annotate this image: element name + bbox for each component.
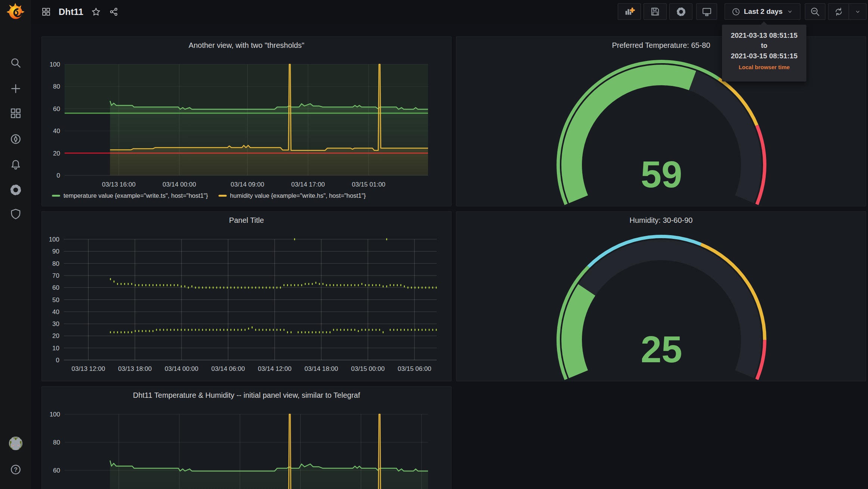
svg-text:03/15 00:00: 03/15 00:00	[351, 365, 385, 372]
svg-text:03/14 06:00: 03/14 06:00	[211, 365, 245, 372]
sidebar-item-server-admin[interactable]	[9, 207, 22, 221]
svg-text:25: 25	[641, 328, 682, 370]
search-icon	[9, 56, 22, 69]
svg-text:03/15 01:00: 03/15 01:00	[352, 181, 385, 188]
dashboard-header: Dht11	[31, 0, 868, 24]
zoom-out-icon	[810, 6, 821, 17]
panel-another-view: Another view, with two "thresholds" 0204…	[41, 36, 452, 206]
svg-text:03/14 17:00: 03/14 17:00	[291, 181, 325, 188]
bell-icon	[9, 158, 22, 171]
gear-icon	[676, 6, 686, 17]
svg-text:20: 20	[53, 150, 60, 157]
svg-text:30: 30	[52, 320, 59, 327]
svg-text:03/13 18:00: 03/13 18:00	[118, 365, 152, 372]
sidebar-item-configuration[interactable]	[9, 183, 22, 197]
svg-text:40: 40	[53, 127, 60, 135]
timeseries-chart[interactable]: 02040608010003/13 16:0003/14 00:0003/14 …	[42, 37, 452, 207]
svg-text:10: 10	[52, 345, 59, 352]
legend-label: humidity value {example="write.hs", host…	[230, 192, 366, 199]
add-panel-icon	[624, 6, 635, 17]
time-range-tooltip: 2021-03-13 08:51:15 to 2021-03-15 08:51:…	[722, 25, 806, 82]
tooltip-to-word: to	[722, 41, 806, 50]
legend-label: temperature value {example="write.ts", h…	[63, 192, 208, 199]
dashboard-settings-button[interactable]	[669, 3, 692, 20]
sidebar-item-alerting[interactable]	[9, 158, 22, 171]
legend-item[interactable]: temperature value {example="write.ts", h…	[52, 192, 208, 199]
shield-icon	[9, 207, 22, 220]
svg-text:0: 0	[57, 172, 60, 179]
timeseries-chart[interactable]: 020406080100	[42, 387, 452, 489]
svg-text:80: 80	[52, 260, 59, 267]
svg-text:03/15 06:00: 03/15 06:00	[398, 365, 431, 372]
svg-text:60: 60	[53, 467, 60, 474]
sidebar-item-create[interactable]	[9, 82, 22, 95]
svg-text:03/14 18:00: 03/14 18:00	[304, 365, 338, 372]
refresh-interval-dropdown[interactable]	[849, 4, 866, 19]
svg-text:80: 80	[53, 439, 60, 446]
time-range-picker[interactable]: Last 2 days	[725, 3, 800, 20]
tooltip-from: 2021-03-13 08:51:15	[722, 30, 806, 41]
legend: temperature value {example="write.ts", h…	[52, 192, 366, 199]
dashboards-breadcrumb-icon[interactable]	[41, 7, 51, 17]
svg-text:80: 80	[53, 83, 60, 90]
plus-icon	[9, 82, 22, 95]
svg-text:50: 50	[52, 296, 59, 304]
refresh-button[interactable]	[828, 4, 849, 19]
sidebar-item-help[interactable]: ?	[9, 463, 22, 476]
cycle-view-mode-button[interactable]	[696, 3, 717, 20]
legend-swatch	[52, 195, 60, 197]
monitor-icon	[701, 6, 712, 17]
gauge-chart[interactable]: 25	[456, 212, 867, 382]
svg-text:03/14 09:00: 03/14 09:00	[231, 181, 264, 188]
legend-item[interactable]: humidity value {example="write.hs", host…	[218, 192, 366, 199]
svg-text:0: 0	[56, 357, 59, 364]
svg-text:59: 59	[641, 153, 682, 195]
dashboard-title[interactable]: Dht11	[59, 7, 83, 17]
svg-text:90: 90	[52, 248, 59, 255]
svg-text:100: 100	[50, 411, 60, 418]
star-icon[interactable]	[91, 7, 101, 17]
dashboards-grid-icon	[9, 107, 22, 120]
svg-text:20: 20	[52, 332, 59, 339]
user-avatar[interactable]	[9, 437, 22, 450]
svg-text:?: ?	[14, 467, 18, 473]
refresh-button-group	[828, 3, 867, 20]
clock-icon	[731, 7, 741, 16]
svg-text:03/14 12:00: 03/14 12:00	[258, 365, 292, 372]
add-panel-button[interactable]	[618, 3, 641, 20]
chevron-down-icon	[786, 8, 794, 15]
grafana-logo[interactable]	[6, 3, 25, 21]
tooltip-to: 2021-03-15 08:51:15	[722, 50, 806, 61]
svg-text:60: 60	[53, 105, 60, 113]
share-icon[interactable]	[109, 7, 119, 17]
sidebar-item-explore[interactable]	[9, 132, 22, 146]
sidebar-item-dashboards[interactable]	[9, 107, 22, 120]
svg-text:100: 100	[49, 236, 59, 243]
svg-text:03/14 00:00: 03/14 00:00	[165, 365, 198, 372]
sidebar-item-search[interactable]	[9, 56, 22, 70]
svg-text:03/14 00:00: 03/14 00:00	[162, 181, 196, 188]
svg-text:70: 70	[52, 272, 59, 279]
gear-icon	[9, 184, 22, 196]
panel-humidity-gauge: Humidity: 30-60-90 25	[456, 211, 866, 381]
points-chart[interactable]: 010203040506070809010003/13 12:0003/13 1…	[42, 212, 452, 382]
time-range-label: Last 2 days	[744, 7, 783, 16]
panel-panel-title: Panel Title 010203040506070809010003/13 …	[41, 211, 452, 381]
compass-icon	[9, 133, 22, 145]
svg-text:03/13 12:00: 03/13 12:00	[72, 365, 105, 372]
legend-swatch	[218, 195, 227, 197]
refresh-icon	[834, 7, 844, 17]
svg-text:03/13 16:00: 03/13 16:00	[102, 181, 136, 188]
avatar	[9, 436, 22, 451]
zoom-out-button[interactable]	[805, 3, 825, 20]
save-dashboard-button[interactable]	[644, 3, 667, 20]
chevron-down-icon	[854, 8, 861, 15]
help-icon: ?	[9, 463, 22, 476]
grafana-flame-icon	[6, 3, 25, 21]
svg-text:40: 40	[52, 308, 59, 316]
svg-text:100: 100	[50, 61, 60, 68]
panel-initial-view: Dht11 Temperature & Humidity -- initial …	[41, 386, 452, 489]
tooltip-timezone-note: Local browser time	[722, 64, 806, 70]
sidebar: ?	[0, 0, 31, 489]
save-icon	[650, 6, 660, 17]
